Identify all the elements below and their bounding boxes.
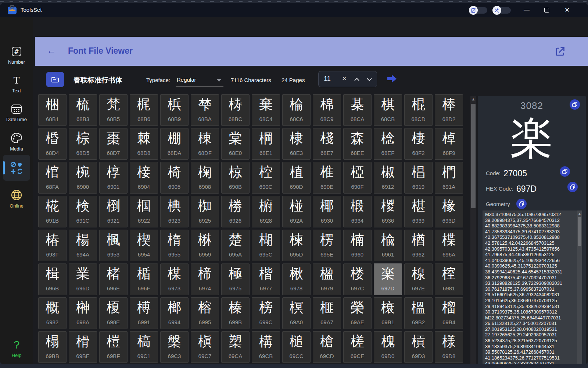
char-cell-6923[interactable]: 椣6923: [160, 196, 189, 227]
scroll-up-icon[interactable]: ▲: [577, 211, 582, 216]
page-number-input[interactable]: 11 ✕: [318, 71, 377, 87]
char-cell-68D5[interactable]: 棕68D5: [69, 128, 97, 160]
char-cell-695D[interactable]: 楝695D: [282, 230, 311, 261]
go-to-page-button[interactable]: [387, 74, 397, 84]
char-cell-6905[interactable]: 椅6905: [160, 162, 189, 194]
char-cell-68B1[interactable]: 梱68B1: [38, 94, 67, 126]
char-cell-6908[interactable]: 椈6908: [191, 162, 219, 194]
char-cell-6981[interactable]: 榁6981: [435, 263, 463, 295]
char-cell-69D8[interactable]: 様69D8: [435, 331, 463, 363]
char-cell-68DF[interactable]: 棟68DF: [191, 128, 219, 160]
grid-scrollbar[interactable]: ▲: [470, 96, 476, 364]
char-cell-6953[interactable]: 楓6953: [99, 230, 128, 261]
char-cell-68D4[interactable]: 棔68D4: [38, 128, 67, 160]
geometry-textarea[interactable]: M30.37109375,35.10867309570312 39.208984…: [483, 210, 582, 364]
char-cell-690B[interactable]: 椋690B: [221, 162, 250, 194]
char-cell-69BB[interactable]: 榻69BB: [38, 331, 67, 363]
typeface-select[interactable]: Regular: [176, 70, 223, 86]
char-cell-690C[interactable]: 椌690C: [252, 162, 280, 194]
copy-hex-button[interactable]: [567, 182, 578, 192]
char-cell-68BA[interactable]: 梺68BA: [191, 94, 219, 126]
char-cell-697C[interactable]: 楼697C: [343, 263, 372, 295]
char-cell-68DA[interactable]: 棚68DA: [160, 128, 189, 160]
char-cell-69CB[interactable]: 構69CB: [252, 331, 280, 363]
char-cell-697D[interactable]: 楽697D: [374, 263, 402, 295]
char-cell-68FA[interactable]: 棺68FA: [38, 162, 67, 194]
char-cell-68D8[interactable]: 棘68D8: [130, 128, 158, 160]
char-cell-69BF[interactable]: 榿69BF: [99, 331, 128, 363]
grid-scrollbar-thumb[interactable]: [471, 104, 476, 208]
minimize-button[interactable]: —: [518, 3, 535, 17]
char-cell-69AE[interactable]: 榮69AE: [343, 297, 372, 329]
char-cell-696F[interactable]: 楯696F: [130, 263, 158, 295]
char-cell-6928[interactable]: 椨6928: [252, 196, 280, 227]
geometry-scrollbar[interactable]: ▲ ▼: [577, 210, 582, 364]
char-cell-69BE[interactable]: 榾69BE: [69, 331, 97, 363]
char-cell-6901[interactable]: 椁6901: [99, 162, 128, 194]
char-cell-69CA[interactable]: 槊69CA: [221, 331, 250, 363]
char-cell-699B[interactable]: 榛699B: [221, 297, 250, 329]
char-cell-692A[interactable]: 椪692A: [282, 196, 311, 227]
char-cell-696E[interactable]: 楮696E: [99, 263, 128, 295]
char-cell-6994[interactable]: 榔6994: [160, 297, 189, 329]
char-cell-6991[interactable]: 榑6991: [130, 297, 158, 329]
char-cell-68B6[interactable]: 梶68B6: [130, 94, 158, 126]
char-cell-68C6[interactable]: 棆68C6: [282, 94, 311, 126]
char-cell-68D2[interactable]: 棒68D2: [435, 94, 463, 126]
char-cell-69CD[interactable]: 槍69CD: [313, 331, 341, 363]
char-cell-6961[interactable]: 楡6961: [374, 230, 402, 261]
char-cell-696A[interactable]: 楪696A: [435, 230, 463, 261]
char-cell-68F9[interactable]: 棹68F9: [435, 128, 463, 160]
sidebar-item-online[interactable]: Online: [0, 187, 33, 210]
geometry-scrollbar-thumb[interactable]: [578, 217, 581, 246]
char-cell-69D3[interactable]: 槓69D3: [404, 331, 433, 363]
copy-index-button[interactable]: [570, 99, 580, 110]
char-cell-6926[interactable]: 椦6926: [221, 196, 250, 227]
char-cell-68CB[interactable]: 棋68CB: [374, 94, 402, 126]
page-down-button[interactable]: [365, 77, 374, 82]
char-cell-6962[interactable]: 楢6962: [404, 230, 433, 261]
char-cell-695C[interactable]: 楜695C: [252, 230, 280, 261]
char-cell-6904[interactable]: 椄6904: [130, 162, 158, 194]
sidebar-item-datetime[interactable]: DateTime: [0, 101, 33, 124]
char-cell-699C[interactable]: 榜699C: [252, 297, 280, 329]
sidebar-item-text[interactable]: T Text: [0, 72, 33, 96]
char-cell-69CE[interactable]: 槎69CE: [343, 331, 372, 363]
char-cell-691C[interactable]: 検691C: [69, 196, 97, 227]
char-cell-6959[interactable]: 楙6959: [191, 230, 219, 261]
char-cell-68EE[interactable]: 森68EE: [343, 128, 372, 160]
char-cell-6995[interactable]: 榕6995: [191, 297, 219, 329]
sidebar-item-media[interactable]: Media: [0, 130, 33, 153]
char-cell-6975[interactable]: 極6975: [221, 263, 250, 295]
char-cell-68E3[interactable]: 棣68E3: [282, 128, 311, 160]
char-cell-690F[interactable]: 椏690F: [343, 162, 372, 194]
char-cell-69B2[interactable]: 榲69B2: [404, 297, 433, 329]
char-cell-698A[interactable]: 榊698A: [69, 297, 97, 329]
char-cell-69A0[interactable]: 榠69A0: [282, 297, 311, 329]
char-cell-6934[interactable]: 椴6934: [343, 196, 372, 227]
sidebar-item-misc-tools[interactable]: [3, 155, 30, 181]
char-cell-691B[interactable]: 椛691B: [38, 196, 67, 227]
close-button[interactable]: ✕: [559, 3, 576, 17]
char-cell-68B3[interactable]: 梳68B3: [69, 94, 97, 126]
char-cell-6921[interactable]: 椡6921: [99, 196, 128, 227]
char-cell-690D[interactable]: 植690D: [282, 162, 311, 194]
copy-code-button[interactable]: [560, 166, 570, 177]
char-cell-69A7[interactable]: 榧69A7: [313, 297, 341, 329]
char-cell-6982[interactable]: 概6982: [38, 297, 67, 329]
char-cell-68B9[interactable]: 梹68B9: [160, 94, 189, 126]
char-cell-68CD[interactable]: 棍68CD: [404, 94, 433, 126]
char-cell-68EF[interactable]: 棯68EF: [374, 128, 402, 160]
char-cell-6974[interactable]: 楴6974: [191, 263, 219, 295]
scroll-up-icon[interactable]: ▲: [470, 96, 476, 102]
char-cell-691A[interactable]: 椚691A: [435, 162, 463, 194]
char-cell-69CC[interactable]: 槌69CC: [282, 331, 311, 363]
char-cell-68D7[interactable]: 棗68D7: [99, 128, 128, 160]
char-cell-690E[interactable]: 椎690E: [313, 162, 341, 194]
char-cell-6955[interactable]: 楕6955: [160, 230, 189, 261]
char-cell-693F[interactable]: 椿693F: [38, 230, 67, 261]
char-cell-693D[interactable]: 椽693D: [435, 196, 463, 227]
char-cell-695E[interactable]: 楞695E: [313, 230, 341, 261]
maximize-button[interactable]: [538, 3, 555, 17]
char-cell-68E7[interactable]: 棧68E7: [313, 128, 341, 160]
